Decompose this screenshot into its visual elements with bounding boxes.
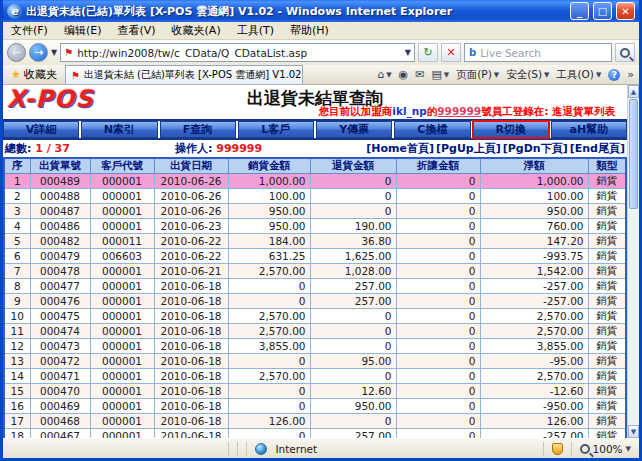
pager-link-2[interactable]: [PgDn下頁] [503, 141, 568, 156]
table-cell: 257.00 [310, 294, 396, 309]
toolbar-button-4[interactable]: Y傳票 [316, 121, 392, 138]
minimize-button[interactable]: _ [570, 2, 589, 20]
login-employee[interactable]: 999999 [437, 105, 481, 117]
scroll-up-icon[interactable]: ▲ [628, 85, 639, 98]
refresh-button[interactable]: ↻ [418, 43, 438, 62]
window-title: 出退貨未結(已結)單列表 [X-POS 雲通網] V1.02 - Windows… [26, 4, 566, 19]
table-row[interactable]: 50004820000112010-06-22184.0036.800147.2… [4, 234, 626, 249]
close-button[interactable]: ✕ [616, 2, 635, 20]
menu-item-2[interactable]: 查看(V) [117, 23, 155, 38]
stop-button[interactable]: ✕ [441, 43, 461, 62]
table-row[interactable]: 140004710000012010-06-182,570.00002,570.… [4, 369, 626, 384]
table-cell: 000471 [30, 369, 90, 384]
table-cell: 0 [396, 174, 480, 189]
search-input[interactable]: b Live Search [464, 43, 612, 62]
table-cell: 000001 [90, 204, 154, 219]
toolbar-button-6[interactable]: R切換 [473, 121, 549, 138]
print-dropdown-icon[interactable]: ▼ [444, 71, 449, 79]
forward-button[interactable]: → [29, 43, 48, 62]
toolbar-button-0[interactable]: V詳細 [3, 121, 79, 138]
column-header: 出貨日期 [154, 158, 228, 174]
toolbar-button-2[interactable]: F查詢 [160, 121, 236, 138]
pager-link-3[interactable]: [End尾頁] [570, 141, 625, 156]
toolbar-button-5[interactable]: C換檔 [394, 121, 470, 138]
table-cell: 銷貨 [588, 324, 626, 339]
home-dropdown-icon[interactable]: ▼ [386, 71, 391, 79]
table-row[interactable]: 120004730000012010-06-183,855.00003,855.… [4, 339, 626, 354]
login-vendor: ikl_np [392, 105, 426, 117]
page-menu-button[interactable]: 页面(P) ▼ [456, 68, 499, 82]
tools-menu-button[interactable]: 工具(O) ▼ [556, 68, 601, 82]
table-row[interactable]: 20004880000012010-06-26100.0000100.00銷貨 [4, 189, 626, 204]
history-dropdown-icon[interactable]: ▼ [51, 48, 57, 57]
table-cell: 0 [310, 189, 396, 204]
table-cell: 2010-06-23 [154, 219, 228, 234]
search-placeholder: Live Search [480, 47, 607, 59]
safety-menu-button[interactable]: 安全(S) ▼ [506, 68, 549, 82]
url-text[interactable]: http://win2008/tw/c_CData/Q_CDataList.as… [77, 47, 401, 59]
table-row[interactable]: 110004740000012010-06-182,570.00002,570.… [4, 324, 626, 339]
print-button[interactable]: ▤ ▼ [431, 68, 449, 81]
table-row[interactable]: 150004700000012010-06-18012.600-12.60銷貨 [4, 384, 626, 399]
table-cell: 14 [4, 369, 30, 384]
table-cell: 0 [396, 309, 480, 324]
table-row[interactable]: 60004790066032010-06-22631.251,625.000-9… [4, 249, 626, 264]
table-cell: 006603 [90, 249, 154, 264]
table-cell: -257.00 [480, 279, 588, 294]
toolbar-button-7[interactable]: aH幫助 [551, 121, 627, 138]
table-row[interactable]: 90004760000012010-06-180257.000-257.00銷貨 [4, 294, 626, 309]
maximize-button[interactable]: □ [593, 2, 612, 20]
menu-item-3[interactable]: 收藏夹(A) [172, 23, 221, 38]
table-cell: 2,570.00 [228, 369, 310, 384]
zoom-magnifier-icon [580, 444, 590, 454]
table-cell: 銷貨 [588, 249, 626, 264]
operator-label: 操作人: [175, 142, 212, 155]
protected-mode-icon[interactable] [552, 443, 563, 455]
toolbar-button-1[interactable]: N索引 [81, 121, 157, 138]
feed-icon[interactable]: ◉ [399, 68, 409, 81]
table-cell: 100.00 [228, 189, 310, 204]
table-row[interactable]: 130004720000012010-06-18095.000-95.00銷貨 [4, 354, 626, 369]
vertical-scrollbar[interactable]: ▲ ▼ [627, 85, 639, 438]
menu-item-1[interactable]: 编辑(E) [64, 23, 102, 38]
help-icon[interactable]: ? [608, 69, 620, 81]
menu-item-4[interactable]: 工具(T) [237, 23, 274, 38]
table-row[interactable]: 40004860000012010-06-23950.00190.000760.… [4, 219, 626, 234]
table-cell: 257.00 [310, 279, 396, 294]
pager-link-0[interactable]: [Home首頁] [366, 141, 434, 156]
page-content: X-POS 出退貨未結單查詢 您目前以加盟商ikl_np的999999號員工登錄… [3, 85, 639, 438]
favorites-button[interactable]: ★ 收藏夹 [6, 66, 62, 83]
table-row[interactable]: 80004770000012010-06-180257.000-257.00銷貨 [4, 279, 626, 294]
url-dropdown-icon[interactable]: ▼ [405, 48, 411, 57]
menu-item-0[interactable]: 文件(F) [11, 23, 48, 38]
search-go-button[interactable] [615, 43, 635, 62]
table-row[interactable]: 180004670000012010-06-180257.000-257.00銷… [4, 429, 626, 439]
zoom-control[interactable]: 100% ▼ [580, 443, 631, 455]
table-row[interactable]: 170004680000012010-06-18126.0000126.00銷貨 [4, 414, 626, 429]
pager-link-1[interactable]: [PgUp上頁] [436, 141, 501, 156]
zoom-dropdown-icon[interactable]: ▼ [626, 445, 631, 453]
table-cell: 1,625.00 [310, 249, 396, 264]
menu-item-5[interactable]: 帮助(H) [290, 23, 329, 38]
scrollbar-thumb[interactable] [629, 99, 638, 209]
table-row[interactable]: 10004890000012010-06-261,000.00001,000.0… [4, 174, 626, 189]
table-cell: 0 [228, 354, 310, 369]
table-cell: 000001 [90, 264, 154, 279]
security-zone-label: Internet [275, 443, 317, 455]
table-cell: 13 [4, 354, 30, 369]
table-row[interactable]: 30004870000012010-06-26950.0000950.00銷貨 [4, 204, 626, 219]
home-button[interactable]: ⌂ ▼ [377, 68, 391, 81]
table-row[interactable]: 70004780000012010-06-212,570.001,028.000… [4, 264, 626, 279]
table-row[interactable]: 160004690000012010-06-180950.000-950.00銷… [4, 399, 626, 414]
home-icon: ⌂ [377, 68, 384, 81]
back-button[interactable]: ← [7, 43, 26, 62]
url-field[interactable]: ⚑ http://win2008/tw/c_CData/Q_CDataList.… [60, 43, 415, 62]
overflow-chevron-icon[interactable]: » [627, 68, 634, 81]
table-row[interactable]: 100004750000012010-06-182,570.00002,570.… [4, 309, 626, 324]
table-cell: 000468 [30, 414, 90, 429]
toolbar-button-3[interactable]: L客戶 [238, 121, 314, 138]
table-cell: 0 [396, 399, 480, 414]
scroll-down-icon[interactable]: ▼ [628, 425, 639, 438]
mail-icon[interactable]: ✉ [415, 68, 424, 81]
tab-current[interactable]: ⚑ 出退貨未結 (已結)單列表 [X-POS 雲通網] V1.02 [65, 65, 303, 84]
